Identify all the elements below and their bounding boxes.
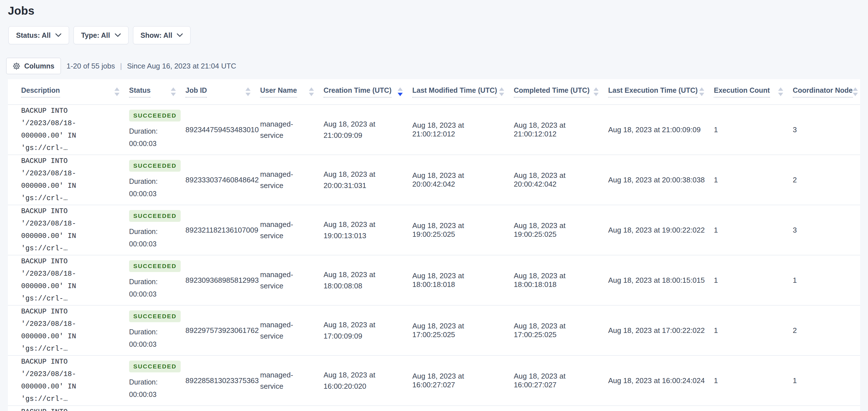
coordinator-node-cell: 3: [793, 105, 860, 155]
status-filter-label: Status: All: [16, 31, 51, 39]
duration-text: Duration: 00:00:03: [129, 175, 177, 200]
sort-icon: [853, 87, 858, 96]
last-modified-time-cell: Aug 18, 2023 at 15:00:08:08: [412, 406, 514, 411]
last-execution-time-cell: Aug 18, 2023 at 18:00:15:015: [608, 255, 714, 305]
sort-icon: [778, 87, 783, 96]
table-row: BACKUP INTO '/2023/08/18- 000000.00' IN …: [8, 105, 860, 155]
status-badge: SUCCEEDED: [129, 360, 181, 372]
sort-icon: [245, 87, 251, 96]
results-count: 1-20 of 55 jobs: [66, 62, 115, 70]
table-header-row: Description Status Job ID User Name: [8, 79, 860, 105]
status-filter-dropdown[interactable]: Status: All: [8, 26, 69, 44]
column-header-user-name[interactable]: User Name: [260, 79, 323, 105]
sort-icon: [115, 87, 120, 96]
duration-text: Duration: 00:00:03: [129, 376, 177, 401]
column-header-execution-count[interactable]: Execution Count: [714, 79, 793, 105]
status-badge: SUCCEEDED: [129, 260, 181, 272]
sort-icon: [309, 87, 314, 96]
coordinator-node-cell: 1: [793, 355, 860, 406]
job-id-cell: 892344759453483010: [185, 105, 260, 155]
last-execution-time-cell: Aug 18, 2023 at 19:00:22:022: [608, 205, 714, 255]
type-filter-dropdown[interactable]: Type: All: [73, 26, 128, 44]
completed-time-cell: Aug 18, 2023 at 18:00:18:018: [514, 255, 608, 305]
status-cell: SUCCEEDED Duration: 00:00:03: [129, 305, 185, 355]
coordinator-node-cell: 3: [793, 205, 860, 255]
job-id-cell: 892285813023375363: [185, 355, 260, 406]
status-cell: SUCCEEDED Duration: 00:00:03: [129, 406, 185, 411]
last-execution-time-cell: Aug 18, 2023 at 16:00:24:024: [608, 355, 714, 406]
job-id-cell: 892273953631109121: [185, 406, 260, 411]
last-execution-time-cell: Aug 18, 2023 at 15:00:05:05: [608, 406, 714, 411]
columns-button[interactable]: Columns: [6, 58, 61, 74]
user-name-cell: managed- service: [260, 205, 323, 255]
user-name-cell: managed- service: [260, 305, 323, 355]
creation-time-cell: Aug 18, 2023 at 18:00:08:08: [323, 255, 412, 305]
status-badge: SUCCEEDED: [129, 210, 181, 222]
completed-time-cell: Aug 18, 2023 at 20:00:42:042: [514, 155, 608, 205]
description-cell: BACKUP INTO '/2023/08/18- 000000.00' IN …: [8, 355, 129, 406]
job-id-cell: 892297573923061762: [185, 305, 260, 355]
user-name-cell: managed- service: [260, 406, 323, 411]
sort-icon-active-desc: [398, 87, 403, 96]
last-modified-time-cell: Aug 18, 2023 at 18:00:18:018: [412, 255, 514, 305]
description-cell: BACKUP INTO '/2023/08/18- 000000.00' IN …: [8, 205, 129, 255]
type-filter-label: Type: All: [81, 31, 110, 39]
execution-count-cell: 1: [714, 155, 793, 205]
chevron-down-icon: [177, 33, 183, 37]
completed-time-cell: Aug 18, 2023 at 21:00:12:012: [514, 105, 608, 155]
user-name-cell: managed- service: [260, 255, 323, 305]
status-cell: SUCCEEDED Duration: 00:00:03: [129, 255, 185, 305]
user-name-cell: managed- service: [260, 155, 323, 205]
sort-icon: [699, 87, 704, 96]
last-modified-time-cell: Aug 18, 2023 at 17:00:25:025: [412, 305, 514, 355]
last-modified-time-cell: Aug 18, 2023 at 19:00:25:025: [412, 205, 514, 255]
sort-icon: [171, 87, 176, 96]
column-header-completed-time[interactable]: Completed Time (UTC): [514, 79, 608, 105]
description-cell: BACKUP INTO '/2023/08/18- 000000.00' IN …: [8, 255, 129, 305]
execution-count-cell: 1: [714, 406, 793, 411]
show-filter-dropdown[interactable]: Show: All: [133, 26, 191, 44]
creation-time-cell: Aug 18, 2023 at 16:00:20:020: [323, 355, 412, 406]
execution-count-cell: 1: [714, 355, 793, 406]
creation-time-cell: Aug 18, 2023 at 19:00:13:013: [323, 205, 412, 255]
description-cell: BACKUP INTO '/2023/08/18- 000000.00' IN …: [8, 406, 129, 411]
gear-icon: [13, 62, 20, 70]
column-header-status[interactable]: Status: [129, 79, 185, 105]
jobs-table-card: Description Status Job ID User Name: [8, 79, 860, 411]
column-header-job-id[interactable]: Job ID: [185, 79, 260, 105]
last-modified-time-cell: Aug 18, 2023 at 16:00:27:027: [412, 355, 514, 406]
jobs-table: Description Status Job ID User Name: [8, 79, 860, 411]
column-header-last-execution-time[interactable]: Last Execution Time (UTC): [608, 79, 714, 105]
filter-bar: Status: All Type: All Show: All: [8, 26, 860, 44]
creation-time-cell: Aug 18, 2023 at 21:00:09:09: [323, 105, 412, 155]
job-id-cell: 892321182136107009: [185, 205, 260, 255]
description-cell: BACKUP INTO '/2023/08/18- 000000.00' IN …: [8, 155, 129, 205]
last-modified-time-cell: Aug 18, 2023 at 20:00:42:042: [412, 155, 514, 205]
coordinator-node-cell: 2: [793, 155, 860, 205]
column-header-last-modified-time[interactable]: Last Modified Time (UTC): [412, 79, 514, 105]
table-row: BACKUP INTO '/2023/08/18- 000000.00' IN …: [8, 305, 860, 355]
duration-text: Duration: 00:00:03: [129, 275, 177, 300]
coordinator-node-cell: 3: [793, 406, 860, 411]
status-cell: SUCCEEDED Duration: 00:00:03: [129, 155, 185, 205]
sort-icon: [593, 87, 598, 96]
status-cell: SUCCEEDED Duration: 00:00:03: [129, 205, 185, 255]
table-row: BACKUP INTO '/2023/08/18- 000000.00' IN …: [8, 205, 860, 255]
page-title: Jobs: [8, 0, 860, 17]
description-cell: BACKUP INTO '/2023/08/18- 000000.00' IN …: [8, 105, 129, 155]
completed-time-cell: Aug 18, 2023 at 15:00:08:08: [514, 406, 608, 411]
column-header-coordinator-node[interactable]: Coordinator Node: [793, 79, 860, 105]
execution-count-cell: 1: [714, 105, 793, 155]
column-header-description[interactable]: Description: [8, 79, 129, 105]
creation-time-cell: Aug 18, 2023 at 15:00:00:00: [323, 406, 412, 411]
chevron-down-icon: [115, 33, 121, 37]
user-name-cell: managed- service: [260, 105, 323, 155]
job-id-cell: 892309368985812993: [185, 255, 260, 305]
column-header-creation-time[interactable]: Creation Time (UTC): [323, 79, 412, 105]
jobs-table-body: BACKUP INTO '/2023/08/18- 000000.00' IN …: [8, 105, 860, 411]
description-cell: BACKUP INTO '/2023/08/18- 000000.00' IN …: [8, 305, 129, 355]
status-cell: SUCCEEDED Duration: 00:00:03: [129, 355, 185, 406]
table-row: BACKUP INTO '/2023/08/18- 000000.00' IN …: [8, 355, 860, 406]
status-badge: SUCCEEDED: [129, 311, 181, 322]
table-row: BACKUP INTO '/2023/08/18- 000000.00' IN …: [8, 155, 860, 205]
